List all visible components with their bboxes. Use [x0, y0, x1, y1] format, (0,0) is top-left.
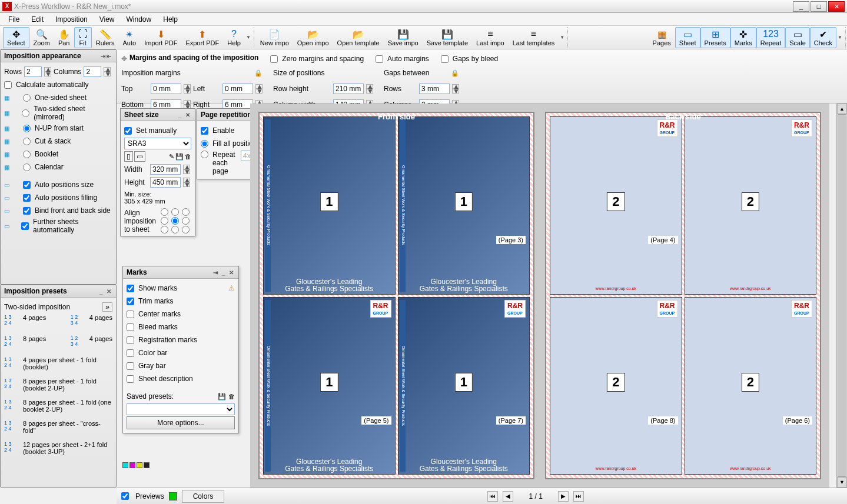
opt-check[interactable]: [21, 222, 29, 230]
mark-check[interactable]: [127, 375, 134, 383]
mark-check[interactable]: [127, 336, 134, 344]
maximize-button[interactable]: □: [811, 1, 827, 12]
menu-edit[interactable]: Edit: [25, 14, 49, 25]
front-sheet[interactable]: Front side Ornamental Steel Work & Secur…: [258, 112, 534, 479]
fill-all-radio[interactable]: [201, 140, 208, 148]
opt-check[interactable]: [23, 207, 31, 215]
scroll-thumb[interactable]: [838, 114, 846, 477]
mark-check[interactable]: [127, 298, 134, 305]
collapse-icon[interactable]: ⇥⇤: [101, 53, 112, 59]
align-tl[interactable]: [161, 208, 168, 216]
preset-select[interactable]: [127, 403, 235, 415]
mark-check[interactable]: [127, 311, 134, 318]
cols-spinner[interactable]: ▲▼: [104, 67, 111, 76]
mode-radio[interactable]: [23, 94, 31, 102]
landscape-icon[interactable]: ▭: [134, 151, 145, 162]
calc-auto-check[interactable]: [4, 81, 12, 89]
height-input[interactable]: [150, 177, 181, 188]
scroll-down-icon[interactable]: ▼: [837, 477, 847, 488]
previews-check[interactable]: [121, 492, 129, 500]
panel-controls[interactable]: _ ✕: [99, 288, 112, 295]
edit-icon[interactable]: ✎: [169, 153, 174, 161]
fit-tool[interactable]: ⛶Fit: [74, 27, 92, 48]
align-mc[interactable]: [171, 217, 179, 225]
last-templates[interactable]: ≡Last templates: [509, 27, 559, 48]
dropdown-arrow-icon[interactable]: ▼: [836, 35, 843, 40]
preset-item[interactable]: 8 pages per sheet - 1 fold (one booklet …: [23, 399, 112, 413]
mode-radio[interactable]: [23, 163, 31, 171]
preset-item[interactable]: 8 pages per sheet - 1 fold (booklet 2-UP…: [23, 378, 112, 392]
spin[interactable]: ▲▼: [183, 165, 190, 174]
spin[interactable]: ▲▼: [184, 84, 191, 94]
colors-button[interactable]: Colors: [182, 490, 225, 503]
menu-view[interactable]: View: [94, 14, 121, 25]
minimize-button[interactable]: _: [793, 1, 809, 12]
mark-check[interactable]: [127, 323, 134, 331]
enable-check[interactable]: [201, 127, 208, 135]
mode-radio[interactable]: [23, 151, 31, 158]
lock-icon[interactable]: 🔒: [254, 69, 263, 77]
pages-panel-btn[interactable]: ▦Pages: [649, 27, 675, 48]
import-pdf[interactable]: ⬇Import PDF: [140, 27, 181, 48]
rulers-tool[interactable]: 📏Rulers: [92, 27, 119, 48]
back-sheet[interactable]: Back side R&RGROUP2(Page 4)www.randrgrou…: [545, 112, 821, 479]
align-br[interactable]: [182, 226, 190, 233]
scroll-up-icon[interactable]: ▲: [837, 104, 847, 114]
align-tr[interactable]: [182, 208, 190, 216]
export-pdf[interactable]: ⬆Export PDF: [181, 27, 223, 48]
preset-item[interactable]: 4 pages: [89, 335, 112, 342]
menu-file[interactable]: File: [2, 14, 25, 25]
rows-input[interactable]: [24, 66, 42, 77]
cols-input[interactable]: [84, 66, 101, 77]
gap-rows-input[interactable]: [419, 84, 450, 94]
rows-spinner[interactable]: ▲▼: [44, 67, 51, 76]
dropdown-arrow-icon[interactable]: ▼: [245, 35, 252, 40]
row-h-input[interactable]: [333, 84, 364, 94]
menu-imposition[interactable]: Imposition: [49, 14, 94, 25]
mode-radio[interactable]: [23, 138, 31, 145]
help-tool[interactable]: ?Help: [223, 27, 245, 48]
spin[interactable]: ▲▼: [255, 84, 263, 94]
left-input[interactable]: [222, 84, 253, 94]
mode-radio[interactable]: [23, 125, 31, 132]
align-ml[interactable]: [161, 217, 168, 225]
delete-icon[interactable]: 🗑: [185, 153, 191, 160]
yellow-swatch[interactable]: [137, 462, 142, 468]
opt-check[interactable]: [23, 181, 31, 189]
mark-check[interactable]: [127, 349, 134, 357]
last-impo[interactable]: ≡Last impo: [472, 27, 509, 48]
last-page-button[interactable]: ⏭: [573, 491, 584, 502]
delete-preset-icon[interactable]: 🗑: [228, 393, 235, 400]
zero-margins-check[interactable]: [270, 55, 278, 63]
menu-window[interactable]: Window: [121, 14, 158, 25]
black-swatch[interactable]: [144, 462, 150, 468]
save-preset-icon[interactable]: 💾: [218, 393, 226, 400]
zoom-tool[interactable]: 🔍Zoom: [29, 27, 54, 48]
next-page-button[interactable]: ▶: [558, 491, 569, 502]
marks-panel-btn[interactable]: ✜Marks: [730, 27, 756, 48]
check-panel-btn[interactable]: ✔Check: [810, 27, 836, 48]
select-tool[interactable]: ✥Select: [3, 27, 29, 48]
panel-controls[interactable]: ⇥ _ ✕: [213, 269, 235, 276]
color-swatch[interactable]: [169, 492, 177, 500]
move-handle-icon[interactable]: ✥: [121, 55, 127, 63]
mark-check[interactable]: [127, 285, 134, 292]
panel-controls[interactable]: _ ✕: [178, 112, 191, 118]
more-options-button[interactable]: More options...: [127, 416, 235, 429]
align-tc[interactable]: [171, 208, 179, 216]
auto-margins-check[interactable]: [376, 55, 383, 63]
preset-item[interactable]: 4 pages per sheet - 1 fold (booklet): [23, 356, 112, 371]
cyan-swatch[interactable]: [122, 462, 128, 468]
repeat-each-radio[interactable]: [201, 151, 208, 158]
spin[interactable]: ▲▼: [452, 84, 459, 94]
repeat-panel-btn[interactable]: 123Repeat: [756, 27, 785, 48]
preset-item[interactable]: 4 pages: [89, 314, 112, 321]
width-input[interactable]: [150, 164, 181, 175]
open-template[interactable]: 📂Open template: [333, 27, 384, 48]
set-manually-check[interactable]: [124, 127, 132, 135]
mode-radio[interactable]: [22, 109, 29, 117]
scale-panel-btn[interactable]: ▭Scale: [785, 27, 810, 48]
sheet-panel-btn[interactable]: ▭Sheet: [675, 27, 700, 48]
portrait-icon[interactable]: ▯: [124, 151, 133, 162]
prev-page-button[interactable]: ◀: [503, 491, 513, 502]
